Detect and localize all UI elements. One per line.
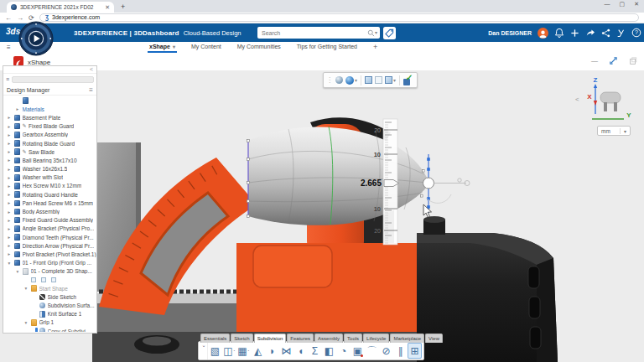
section-tab-view[interactable]: View xyxy=(425,334,443,343)
widget-more-icon[interactable] xyxy=(629,57,637,65)
window-minimize-icon[interactable]: — xyxy=(605,1,610,8)
render-style-icon[interactable]: ▾ xyxy=(345,76,357,85)
section-tab-sketch[interactable]: Sketch xyxy=(231,334,252,343)
symmetry-icon[interactable]: ⋈ xyxy=(279,343,293,359)
shaded-sphere-icon[interactable] xyxy=(335,76,343,84)
sphere-primitive-icon[interactable]: ◔ xyxy=(336,343,351,359)
tree-item[interactable]: ▸Direction Arrow (Physical Pr... xyxy=(3,241,96,250)
tree-expander-icon[interactable]: ▸ xyxy=(7,218,12,223)
tree-expander-icon[interactable]: ▸ xyxy=(15,106,20,111)
tree-expander-icon[interactable]: ▸ xyxy=(7,115,12,120)
platform-search[interactable]: ▾ xyxy=(257,27,380,39)
url-field[interactable]: Ʒ 3dexperience.com xyxy=(39,13,639,22)
tree-expander-icon[interactable]: ▸ xyxy=(7,251,12,256)
dashboard-tab-tips-for-getting-started[interactable]: Tips for Getting Started xyxy=(295,42,359,53)
parallel-curve-icon[interactable]: ∥ xyxy=(393,343,408,359)
tree-item[interactable]: ▸Gearbox Assembly xyxy=(3,131,96,139)
actionbar-collapse-icon[interactable]: ⌄ xyxy=(200,342,208,359)
tree-expander-icon[interactable]: ▸ xyxy=(7,192,12,197)
tree-expander-icon[interactable]: ▸ xyxy=(7,200,12,205)
tree-item[interactable]: ▸Materials xyxy=(3,105,96,113)
share-nodes-icon[interactable] xyxy=(601,28,610,38)
grid-primitive-icon[interactable]: ▦· xyxy=(236,343,251,359)
3dexperience-compass[interactable] xyxy=(18,21,54,56)
fill-surface-icon[interactable]: ◧ xyxy=(322,343,336,359)
tree-expander-icon[interactable]: ▸ xyxy=(7,149,12,154)
bend-icon[interactable]: ⌒ xyxy=(365,343,379,359)
dashboard-tab-my-communities[interactable]: My Communities xyxy=(236,42,283,53)
tree-expander-icon[interactable]: ▸ xyxy=(7,175,12,180)
units-caret-icon[interactable]: ▾ xyxy=(620,128,630,134)
hide-show-icon[interactable] xyxy=(375,76,382,84)
tree-view-icon[interactable]: ≡ xyxy=(6,76,9,83)
tree-expander-icon[interactable]: ▸ xyxy=(7,141,12,146)
pyramid-primitive-icon[interactable]: ◭ xyxy=(251,343,265,359)
tree-expander-icon[interactable]: ▸ xyxy=(7,209,12,215)
tree-item[interactable]: ▸Ball Bearing 35x17x10 xyxy=(3,156,96,164)
tree-item-selected[interactable]: Copy of Subdivi... xyxy=(3,327,96,332)
tree-item[interactable]: ▸Body Assembly xyxy=(3,207,96,215)
tree-item[interactable]: ▸Washer with Slot xyxy=(3,173,96,182)
tree-item[interactable]: ▸Rotating Guard Handle xyxy=(3,190,96,199)
view-mode-icon[interactable]: ▾ xyxy=(385,76,396,84)
axis-triad[interactable]: Z X Y xyxy=(582,75,634,126)
tree-expander-icon[interactable]: ▸ xyxy=(7,235,12,240)
add-dashboard-tab[interactable]: + xyxy=(371,42,379,53)
dashboard-tab-my-content[interactable]: My Content xyxy=(190,42,223,53)
tree-item[interactable]: ▸Diamond Teeth (Physical Pr... xyxy=(3,233,96,241)
browser-tab[interactable]: 3DEXPERIENCE 2021x FD02 ✕ xyxy=(7,2,114,13)
help-icon[interactable]: ? xyxy=(631,28,641,38)
tree-item[interactable]: ▸Pivot Bracket (Pivot Bracket.1) xyxy=(3,250,96,258)
user-name[interactable]: Dan DESIGNER xyxy=(488,30,532,36)
section-tab-subdivision[interactable]: Subdivision xyxy=(254,334,287,343)
units-dropdown[interactable]: mm ▾ xyxy=(597,126,631,136)
tool-dropdown-icon[interactable]: · xyxy=(247,346,250,356)
tree-item[interactable]: ▸Rotating Blade Guard xyxy=(3,139,96,147)
notifications-bell-icon[interactable] xyxy=(554,28,564,38)
tree-expander-icon[interactable]: ▾ xyxy=(23,320,29,325)
tree-item[interactable]: ▾Start Shape xyxy=(3,284,96,292)
tree-expander-icon[interactable]: ▸ xyxy=(7,124,12,129)
tree-item[interactable]: Knit Surface 1 xyxy=(3,310,96,318)
6wtags-button[interactable] xyxy=(383,27,396,39)
tree-expander-icon[interactable]: ▾ xyxy=(7,261,12,266)
back-icon[interactable]: ← xyxy=(5,14,12,22)
tree-item[interactable] xyxy=(3,276,96,284)
section-tab-marketplace[interactable]: Marketplace xyxy=(390,334,424,343)
tree-expander-icon[interactable]: ▸ xyxy=(7,167,12,172)
tree-item[interactable]: ▸Fixed Guard Guide Assembly xyxy=(3,216,96,225)
dashboard-menu-icon[interactable]: ≡ xyxy=(7,44,11,51)
tree-item[interactable]: Subdivision Surfa... xyxy=(3,302,96,310)
section-tab-essentials[interactable]: Essentials xyxy=(200,334,230,343)
reference-plane-icon[interactable] xyxy=(41,277,47,283)
tree-item[interactable]: ▸Basement Plate xyxy=(3,113,96,122)
reference-plane-icon[interactable] xyxy=(51,277,57,283)
offset-surface-icon[interactable]: ◖ xyxy=(293,343,308,359)
tree-item[interactable]: ▸Hex Screw M10 x 12mm xyxy=(3,182,96,190)
tool-dropdown-icon[interactable]: · xyxy=(233,346,236,356)
tree-item[interactable]: Side Sketch xyxy=(3,292,96,301)
box-primitive-icon[interactable]: ▧ xyxy=(208,343,222,359)
frame-box-icon[interactable]: ▣ xyxy=(351,343,365,359)
widget-minimize-icon[interactable]: — xyxy=(591,58,598,65)
tree-item[interactable] xyxy=(3,96,96,105)
dashboard-tab-xshape[interactable]: xShape▾ xyxy=(148,42,177,53)
tree-item[interactable]: ▸✎Fixed Blade Guard xyxy=(3,122,96,131)
reference-plane-icon[interactable] xyxy=(31,277,37,283)
tree-expander-icon[interactable]: ▸ xyxy=(7,226,12,231)
tree-item[interactable]: ▾01 - Complete 3D Shap... xyxy=(3,267,96,276)
manipulator-handle[interactable] xyxy=(423,178,434,189)
tree-expander-icon[interactable]: ▸ xyxy=(7,158,12,163)
section-tab-assembly[interactable]: Assembly xyxy=(314,334,343,343)
share-arrow-icon[interactable] xyxy=(585,28,595,38)
tree-expander-icon[interactable]: ▸ xyxy=(7,184,12,189)
add-icon[interactable] xyxy=(570,28,579,38)
triad-collapse-icon[interactable]: < xyxy=(575,96,579,103)
collaboration-icon[interactable] xyxy=(616,28,626,38)
tree-item[interactable]: ▾Grip 1 xyxy=(3,318,96,327)
tree-expander-icon[interactable]: ▸ xyxy=(7,132,12,137)
section-tab-features[interactable]: Features xyxy=(287,334,314,343)
validate-check-icon[interactable]: ✓ xyxy=(403,75,414,85)
search-icon[interactable] xyxy=(367,29,375,37)
subdivision-convert-icon[interactable]: ⊞ xyxy=(408,343,422,359)
